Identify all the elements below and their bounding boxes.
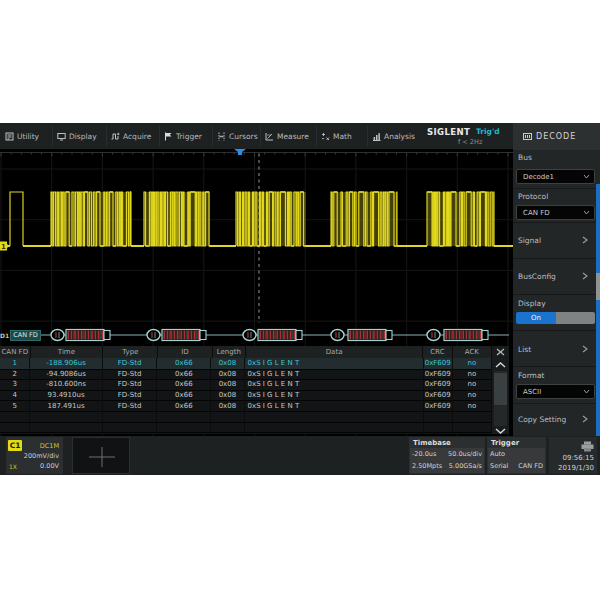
- channel1-label: C1: [8, 440, 22, 451]
- timebase-scale: 50.0us/div: [448, 450, 482, 458]
- list-label: List: [518, 345, 582, 354]
- cell: 0xF609: [424, 358, 453, 369]
- cell: Length: [213, 346, 246, 358]
- svg-text:1: 1: [1, 243, 6, 251]
- timebase-box[interactable]: Timebase -20.0us 50.0us/div 2.50Mpts 5.0…: [409, 437, 485, 474]
- sidebar-scrollbar[interactable]: [596, 184, 600, 437]
- close-icon[interactable]: [492, 348, 509, 356]
- cell: 187.491us: [30, 400, 102, 411]
- cell: [453, 411, 492, 422]
- decode-list-table: CAN FDTimeTypeIDLengthDataCRCACK1-188.90…: [0, 346, 509, 434]
- cell: FD-Std: [103, 379, 158, 390]
- clock-time: 09:56:15: [563, 454, 594, 462]
- cell: 0x66: [157, 369, 211, 380]
- datetime-box: 09:56:15 2019/1/30: [549, 437, 597, 474]
- channel1-offset-marker[interactable]: 1: [0, 242, 9, 251]
- cell: 0x66: [157, 400, 211, 411]
- channel1-coupling: DC1M: [40, 442, 59, 450]
- sidebar-separator: [513, 222, 600, 223]
- copy-setting-label: Copy Setting: [518, 415, 582, 424]
- cell: 0xF609: [424, 390, 453, 401]
- cell: 0x08: [211, 369, 244, 380]
- cell: CRC: [423, 346, 453, 358]
- cell: 0xS I G L E N T: [245, 358, 424, 369]
- table-scrollbar-thumb[interactable]: [494, 373, 507, 405]
- table-empty-row[interactable]: [0, 422, 492, 434]
- display-toggle-on: On: [516, 312, 556, 324]
- cell: FD-Std: [103, 369, 158, 380]
- cell: 93.4910us: [30, 390, 102, 401]
- decode-dialog-title: DECODE: [536, 132, 576, 141]
- channel1-descriptor[interactable]: C1 DC1M 200mV/div 1X 0.00V: [6, 437, 63, 474]
- cell: CAN FD: [0, 346, 31, 358]
- sidebar-scrollbar-thumb[interactable]: [596, 273, 600, 300]
- cell: 4: [0, 390, 30, 401]
- cell: 0x08: [211, 390, 244, 401]
- scroll-up-icon[interactable]: [492, 361, 509, 369]
- can-waveform-trace: [8, 192, 513, 246]
- trigger-mode: Auto: [490, 450, 505, 458]
- list-row[interactable]: List: [513, 338, 597, 360]
- chevron-right-icon: [582, 345, 588, 353]
- display-label: Display: [518, 299, 546, 308]
- table-scrollbar[interactable]: [492, 346, 509, 434]
- clock-date: 2019/1/30: [558, 464, 594, 472]
- bus-label: Bus: [518, 153, 532, 162]
- cell: [424, 411, 453, 422]
- cell: no: [453, 390, 492, 401]
- busconfig-row[interactable]: BusConfig: [513, 265, 597, 287]
- cell: no: [453, 358, 492, 369]
- sidebar-separator: [513, 294, 600, 295]
- timebase-memory: 2.50Mpts: [412, 462, 442, 470]
- cell: no: [453, 400, 492, 411]
- cell: Time: [31, 346, 104, 358]
- trigger-box[interactable]: Trigger Auto Serial CAN FD: [487, 437, 546, 474]
- cell: 0xS I G L E N T: [245, 379, 424, 390]
- protocol-label: Protocol: [518, 192, 548, 201]
- cell: no: [453, 369, 492, 380]
- cell: 5: [0, 400, 30, 411]
- cell: 0xS I G L E N T: [245, 369, 424, 380]
- cell: Type: [103, 346, 158, 358]
- timebase-panel: -20.0us 50.0us/div 2.50Mpts 5.00GSa/s: [410, 448, 484, 473]
- scroll-down-icon[interactable]: [492, 427, 509, 435]
- cell: [211, 411, 244, 422]
- cell: [30, 422, 102, 433]
- display-toggle[interactable]: On: [516, 312, 595, 324]
- cell: 1: [0, 358, 30, 369]
- timebase-samplerate: 5.00GSa/s: [449, 462, 482, 470]
- chevron-down-icon: [583, 389, 590, 394]
- cell: 0xF609: [424, 369, 453, 380]
- protocol-select[interactable]: CAN FD: [516, 205, 595, 220]
- decode-icon: [523, 132, 532, 141]
- cell: [211, 422, 244, 433]
- decode-bus-label: D1CAN FD: [0, 329, 41, 341]
- chevron-right-icon: [582, 236, 588, 244]
- channel1-scale: 200mV/div: [24, 452, 59, 460]
- cell: [30, 411, 102, 422]
- cell: 0x66: [157, 390, 211, 401]
- copy-setting-row[interactable]: Copy Setting: [513, 408, 597, 430]
- cell: 2: [0, 369, 30, 380]
- oscilloscope-screen: UtilityDisplayAcquireTriggerCursorsMeasu…: [0, 123, 600, 475]
- sidebar-separator: [513, 188, 600, 189]
- sidebar-separator: [513, 366, 600, 367]
- trigger-title: Trigger: [491, 439, 519, 447]
- cell: FD-Std: [103, 358, 158, 369]
- bus-select-value: Decode1: [523, 173, 583, 181]
- busconfig-label: BusConfig: [518, 272, 582, 281]
- printer-icon[interactable]: [581, 441, 594, 452]
- signal-row[interactable]: Signal: [513, 229, 597, 251]
- add-channel-box[interactable]: [72, 437, 130, 474]
- cell: ID: [158, 346, 212, 358]
- sidebar-separator: [513, 403, 600, 404]
- format-select[interactable]: ASCII: [516, 384, 595, 399]
- table-scrollbar-track[interactable]: [494, 371, 507, 426]
- decode-dialog: DECODE Bus Decode1 Protocol CAN FD Signa…: [513, 123, 600, 437]
- signal-label: Signal: [518, 236, 582, 245]
- cell: [245, 411, 424, 422]
- cell: Data: [246, 346, 423, 358]
- cell: -188.906us: [30, 358, 102, 369]
- bus-select[interactable]: Decode1: [516, 169, 595, 184]
- cell: 0xF609: [424, 400, 453, 411]
